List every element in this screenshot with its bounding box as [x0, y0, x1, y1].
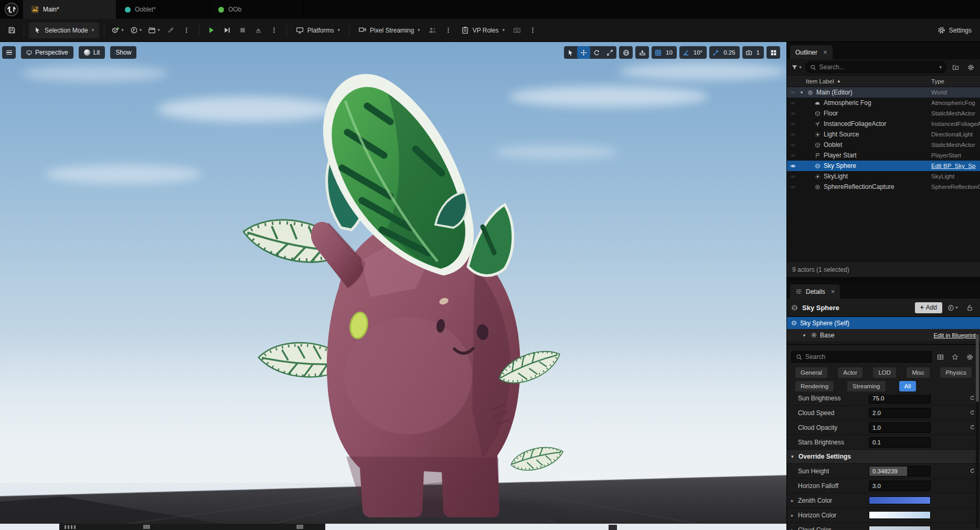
multi-user-options-button[interactable] — [441, 23, 456, 38]
camera-speed-button[interactable] — [742, 46, 755, 59]
outliner-row-ooblet[interactable]: Ooblet StaticMeshActor — [787, 140, 980, 150]
rotation-snap-value[interactable]: 10° — [693, 49, 707, 56]
maximize-viewport-button[interactable] — [766, 46, 780, 59]
frame-skip-button[interactable] — [220, 23, 235, 38]
outliner-row-sky-sphere[interactable]: Sky Sphere Edit BP_Sky_Sp — [787, 161, 980, 171]
visibility-eye-icon[interactable] — [788, 153, 798, 158]
camera-options-button[interactable] — [526, 23, 540, 38]
filter-streaming[interactable]: Streaming — [847, 381, 885, 391]
taskbar-icon[interactable] — [143, 525, 150, 529]
details-settings-button[interactable] — [963, 351, 976, 363]
rotation-snap-toggle[interactable] — [679, 46, 693, 59]
perspective-dropdown[interactable]: Perspective — [21, 46, 73, 59]
view-mode-dropdown[interactable]: Lit — [79, 46, 105, 59]
visibility-eye-icon[interactable] — [788, 121, 798, 127]
viewport-3d[interactable]: Perspective Lit Show — [0, 42, 786, 530]
close-tab-icon[interactable]: × — [831, 288, 835, 295]
visibility-eye-icon[interactable] — [788, 111, 798, 116]
sun-height-input[interactable]: 0.348239 — [869, 466, 931, 476]
visibility-eye-icon[interactable] — [788, 184, 798, 190]
cloud-color-swatch[interactable] — [869, 526, 931, 530]
lock-details-button[interactable] — [963, 302, 976, 313]
add-component-button[interactable]: + Add — [915, 302, 942, 313]
blueprints-dropdown[interactable]: ▾ — [127, 23, 145, 38]
filter-physics[interactable]: Physics — [940, 367, 972, 378]
outliner-row-main-editor[interactable]: ▾ Main (Editor) World — [787, 87, 980, 98]
save-button[interactable] — [4, 23, 19, 38]
edit-blueprint-link[interactable]: Edit BP_Sky_Sp — [931, 163, 980, 169]
visibility-eye-icon[interactable] — [788, 100, 798, 106]
visibility-eye-icon[interactable] — [788, 132, 798, 137]
virtual-camera-button[interactable] — [510, 23, 525, 38]
world-space-toggle[interactable] — [619, 46, 633, 59]
property-matrix-button[interactable] — [934, 351, 946, 363]
outliner-settings-button[interactable] — [964, 61, 977, 73]
outliner-row-player-start[interactable]: Player Start PlayerStart — [787, 150, 980, 161]
close-tab-icon[interactable]: × — [823, 49, 827, 56]
vp-roles-dropdown[interactable]: VP Roles ▾ — [457, 23, 509, 38]
details-tab[interactable]: Details × — [790, 284, 840, 299]
outliner-tab[interactable]: Outliner × — [790, 45, 833, 59]
filter-general[interactable]: General — [795, 367, 827, 378]
column-item-label[interactable]: Item Label▲ — [787, 78, 931, 84]
expand-caret-icon[interactable]: ▾ — [798, 90, 805, 95]
asset-tab-oob[interactable]: OOb — [210, 0, 303, 19]
component-row-base[interactable]: ▾ Base Edit in Blueprint — [787, 329, 980, 341]
platforms-dropdown[interactable]: Platforms ▾ — [292, 23, 344, 38]
stop-button[interactable] — [236, 23, 250, 38]
outliner-filters-button[interactable]: ▾ — [790, 61, 803, 73]
play-button[interactable] — [204, 23, 219, 38]
horizon-color-swatch[interactable] — [869, 511, 931, 519]
visibility-eye-icon[interactable] — [788, 142, 798, 148]
filter-rendering[interactable]: Rendering — [795, 381, 834, 391]
cloud-speed-input[interactable]: 2.0 — [869, 408, 931, 418]
play-options-button[interactable] — [267, 23, 282, 38]
visibility-eye-icon[interactable] — [788, 163, 798, 169]
cinematics-dropdown[interactable]: ▾ — [145, 23, 163, 38]
section-override-settings[interactable]: ▾ Override Settings — [787, 450, 980, 464]
viewport-options-menu[interactable] — [2, 46, 16, 59]
scale-snap-toggle[interactable] — [709, 46, 722, 59]
paint-mode-button[interactable] — [164, 23, 178, 38]
camera-speed-value[interactable]: 1 — [755, 49, 764, 56]
details-search-input[interactable] — [805, 353, 927, 361]
outliner-row-skylight[interactable]: SkyLight SkyLight — [787, 171, 980, 182]
add-content-dropdown[interactable]: ▾ — [109, 23, 126, 38]
outliner-row-floor[interactable]: Floor StaticMeshActor — [787, 108, 980, 119]
scale-tool-button[interactable] — [603, 46, 616, 59]
editor-mode-dropdown[interactable]: Selection Mode ▾ — [29, 23, 99, 38]
rotate-tool-button[interactable] — [590, 46, 603, 59]
outliner-search-box[interactable]: ▾ — [805, 61, 946, 73]
toolbar-overflow-button[interactable] — [179, 23, 194, 38]
settings-dropdown[interactable]: Settings — [933, 23, 976, 38]
reset-property-button[interactable] — [970, 425, 975, 430]
panel-splitter[interactable] — [787, 277, 980, 281]
taskbar-icon[interactable] — [296, 525, 303, 529]
outliner-row-light-source[interactable]: Light Source DirectionalLight — [787, 129, 980, 140]
expand-caret-icon[interactable]: ▸ — [791, 513, 798, 518]
column-type[interactable]: Type — [931, 78, 980, 84]
sun-brightness-input[interactable]: 75.0 — [869, 395, 931, 404]
asset-tab-ooblet[interactable]: Ooblet* — [116, 0, 210, 19]
unreal-engine-logo-icon[interactable] — [0, 0, 23, 19]
show-flags-dropdown[interactable]: Show — [110, 46, 136, 59]
stars-brightness-input[interactable]: 0.1 — [869, 437, 931, 448]
filter-actor[interactable]: Actor — [838, 367, 862, 378]
expand-caret-icon[interactable]: ▸ — [791, 498, 798, 503]
search-options-chevron[interactable]: ▾ — [939, 65, 942, 70]
level-tab-main[interactable]: Main* — [23, 0, 116, 19]
zenith-color-swatch[interactable] — [869, 496, 931, 504]
multi-user-button[interactable] — [425, 23, 440, 38]
expand-caret-icon[interactable]: ▾ — [801, 333, 808, 338]
component-row-root[interactable]: Sky Sphere (Self) — [787, 317, 980, 329]
reset-property-button[interactable] — [970, 395, 975, 401]
taskbar-icon[interactable] — [609, 525, 617, 530]
outliner-row-instanced-foliage[interactable]: InstancedFoliageActor InstancedFoliageAc… — [787, 119, 980, 129]
eject-button[interactable] — [251, 23, 266, 38]
outliner-row-sphere-reflection[interactable]: SphereReflectionCapture SphereReflection… — [787, 182, 980, 192]
expand-caret-icon[interactable]: ▸ — [791, 527, 798, 530]
horizon-falloff-input[interactable]: 3.0 — [869, 481, 931, 491]
details-scrollbar[interactable] — [976, 333, 979, 528]
reset-property-button[interactable] — [970, 468, 975, 474]
filter-misc[interactable]: Misc — [907, 367, 930, 378]
